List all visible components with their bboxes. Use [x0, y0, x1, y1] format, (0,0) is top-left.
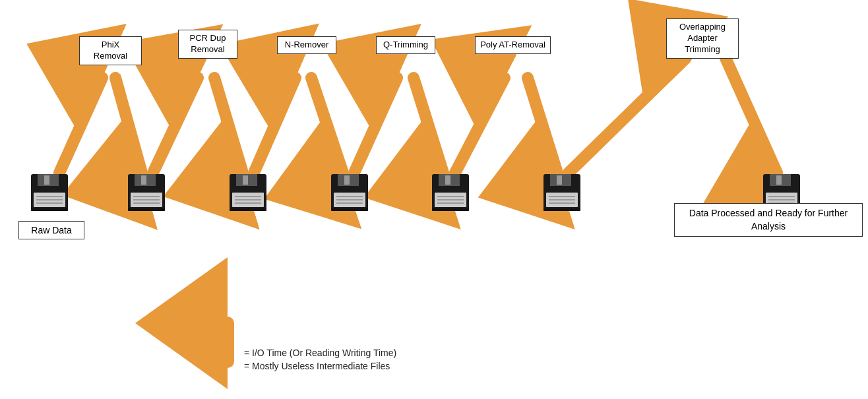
floppy-3 [330, 173, 369, 212]
svg-line-9 [414, 78, 443, 173]
svg-rect-34 [243, 175, 248, 185]
svg-rect-23 [31, 208, 68, 211]
svg-rect-18 [44, 175, 49, 185]
legend-label-1: = I/O Time (Or Reading Writing Time) [244, 348, 396, 358]
svg-rect-26 [141, 175, 146, 185]
poly-at-box: Poly AT-Removal [475, 36, 551, 54]
svg-line-13 [726, 58, 777, 173]
svg-rect-47 [331, 208, 368, 211]
svg-rect-63 [543, 208, 580, 211]
overlapping-box: Overlapping Adapter Trimming [666, 18, 739, 59]
q-trimming-box: Q-Trimming [376, 36, 435, 54]
svg-line-6 [254, 78, 295, 173]
floppy-0 [30, 173, 69, 212]
n-remover-box: N-Remover [277, 36, 336, 54]
floppy-5 [542, 173, 582, 212]
svg-rect-39 [230, 208, 266, 211]
svg-rect-55 [432, 208, 469, 211]
floppy-1 [127, 173, 166, 212]
phix-removal-box: PhiX Removal [79, 36, 142, 65]
svg-line-12 [569, 58, 686, 173]
floppy-4 [431, 173, 470, 212]
svg-line-2 [59, 78, 102, 173]
svg-line-11 [528, 78, 557, 173]
svg-line-5 [214, 78, 243, 173]
final-result-box: Data Processed and Ready for Further Ana… [674, 203, 863, 237]
legend: = I/O Time (Or Reading Writing Time) = M… [244, 348, 396, 373]
svg-rect-42 [344, 175, 350, 185]
svg-rect-58 [557, 175, 562, 185]
svg-line-7 [311, 78, 343, 173]
page-container: PhiX Removal PCR Dup Removal N-Remover Q… [0, 0, 868, 399]
svg-line-10 [455, 78, 505, 173]
pcr-dup-box: PCR Dup Removal [178, 30, 237, 59]
svg-rect-31 [128, 208, 165, 211]
svg-line-3 [115, 78, 142, 173]
svg-rect-66 [776, 175, 782, 185]
floppy-2 [228, 173, 268, 212]
legend-label-2: = Mostly Useless Intermediate Files [244, 361, 390, 371]
svg-rect-50 [445, 175, 450, 185]
raw-data-box: Raw Data [18, 221, 84, 239]
svg-line-8 [354, 78, 397, 173]
svg-line-4 [153, 78, 198, 173]
